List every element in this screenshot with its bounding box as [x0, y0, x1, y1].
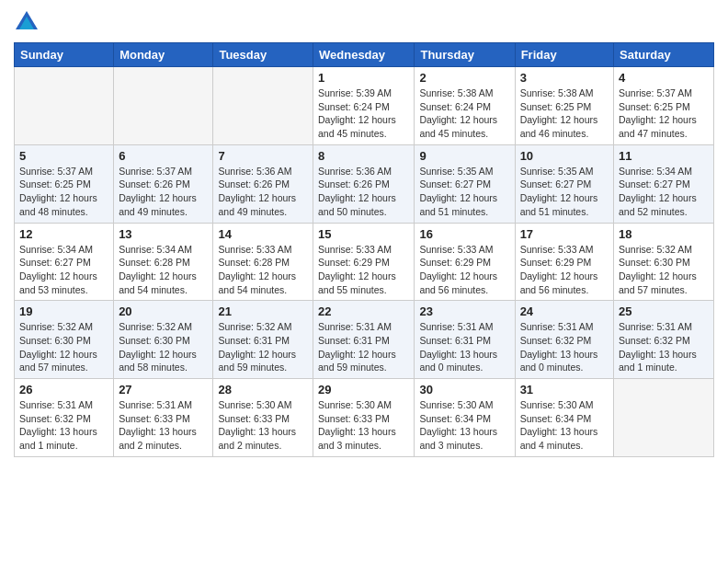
calendar-cell: 3Sunrise: 5:38 AM Sunset: 6:25 PM Daylig… [515, 67, 613, 145]
day-info: Sunrise: 5:30 AM Sunset: 6:34 PM Dayligh… [419, 398, 509, 453]
day-number: 22 [318, 304, 409, 318]
day-number: 20 [119, 304, 208, 318]
calendar: SundayMondayTuesdayWednesdayThursdayFrid… [14, 42, 714, 457]
day-number: 6 [119, 149, 208, 163]
calendar-cell: 30Sunrise: 5:30 AM Sunset: 6:34 PM Dayli… [415, 379, 515, 457]
calendar-cell: 26Sunrise: 5:31 AM Sunset: 6:32 PM Dayli… [15, 379, 114, 457]
day-info: Sunrise: 5:35 AM Sunset: 6:27 PM Dayligh… [419, 165, 509, 219]
header [14, 9, 714, 35]
calendar-cell: 18Sunrise: 5:32 AM Sunset: 6:30 PM Dayli… [614, 223, 714, 301]
logo-icon [14, 9, 40, 35]
calendar-cell: 21Sunrise: 5:32 AM Sunset: 6:31 PM Dayli… [213, 301, 313, 379]
day-info: Sunrise: 5:37 AM Sunset: 6:25 PM Dayligh… [619, 86, 709, 141]
calendar-cell: 20Sunrise: 5:32 AM Sunset: 6:30 PM Dayli… [114, 301, 213, 379]
calendar-cell: 9Sunrise: 5:35 AM Sunset: 6:27 PM Daylig… [415, 144, 515, 223]
day-info: Sunrise: 5:37 AM Sunset: 6:26 PM Dayligh… [119, 165, 208, 219]
calendar-cell: 12Sunrise: 5:34 AM Sunset: 6:27 PM Dayli… [15, 223, 114, 301]
day-number: 8 [318, 149, 409, 163]
calendar-cell: 25Sunrise: 5:31 AM Sunset: 6:32 PM Dayli… [614, 301, 714, 379]
day-info: Sunrise: 5:36 AM Sunset: 6:26 PM Dayligh… [318, 165, 409, 219]
day-info: Sunrise: 5:32 AM Sunset: 6:30 PM Dayligh… [619, 243, 709, 297]
calendar-cell: 17Sunrise: 5:33 AM Sunset: 6:29 PM Dayli… [515, 223, 613, 301]
day-info: Sunrise: 5:33 AM Sunset: 6:29 PM Dayligh… [419, 243, 509, 297]
day-header-thursday: Thursday [415, 43, 515, 67]
day-info: Sunrise: 5:31 AM Sunset: 6:32 PM Dayligh… [19, 398, 108, 453]
day-number: 27 [119, 383, 208, 396]
day-info: Sunrise: 5:32 AM Sunset: 6:31 PM Dayligh… [218, 320, 308, 374]
days-header-row: SundayMondayTuesdayWednesdayThursdayFrid… [15, 43, 714, 67]
day-number: 18 [619, 227, 709, 241]
calendar-cell: 11Sunrise: 5:34 AM Sunset: 6:27 PM Dayli… [614, 144, 714, 223]
day-number: 26 [19, 383, 108, 396]
day-info: Sunrise: 5:30 AM Sunset: 6:33 PM Dayligh… [318, 398, 409, 453]
week-row-3: 12Sunrise: 5:34 AM Sunset: 6:27 PM Dayli… [15, 223, 714, 301]
calendar-cell: 6Sunrise: 5:37 AM Sunset: 6:26 PM Daylig… [114, 144, 213, 223]
week-row-2: 5Sunrise: 5:37 AM Sunset: 6:25 PM Daylig… [15, 144, 714, 223]
day-info: Sunrise: 5:32 AM Sunset: 6:30 PM Dayligh… [19, 320, 108, 374]
calendar-cell: 27Sunrise: 5:31 AM Sunset: 6:33 PM Dayli… [114, 379, 213, 457]
calendar-cell: 16Sunrise: 5:33 AM Sunset: 6:29 PM Dayli… [415, 223, 515, 301]
day-header-tuesday: Tuesday [213, 43, 313, 67]
day-number: 29 [318, 383, 409, 396]
day-number: 13 [119, 227, 208, 241]
day-number: 5 [19, 149, 108, 163]
calendar-cell: 29Sunrise: 5:30 AM Sunset: 6:33 PM Dayli… [313, 379, 415, 457]
day-info: Sunrise: 5:30 AM Sunset: 6:33 PM Dayligh… [218, 398, 308, 453]
day-header-friday: Friday [515, 43, 613, 67]
day-number: 2 [419, 71, 509, 85]
calendar-cell: 8Sunrise: 5:36 AM Sunset: 6:26 PM Daylig… [313, 144, 415, 223]
week-row-5: 26Sunrise: 5:31 AM Sunset: 6:32 PM Dayli… [15, 379, 714, 457]
calendar-cell: 10Sunrise: 5:35 AM Sunset: 6:27 PM Dayli… [515, 144, 613, 223]
day-number: 4 [619, 71, 709, 85]
calendar-cell: 31Sunrise: 5:30 AM Sunset: 6:34 PM Dayli… [515, 379, 613, 457]
day-number: 24 [520, 304, 609, 318]
calendar-cell [614, 379, 714, 457]
day-info: Sunrise: 5:34 AM Sunset: 6:27 PM Dayligh… [19, 243, 108, 297]
day-info: Sunrise: 5:39 AM Sunset: 6:24 PM Dayligh… [318, 86, 409, 141]
day-number: 21 [218, 304, 308, 318]
day-header-sunday: Sunday [15, 43, 114, 67]
day-info: Sunrise: 5:31 AM Sunset: 6:32 PM Dayligh… [520, 320, 609, 374]
day-info: Sunrise: 5:36 AM Sunset: 6:26 PM Dayligh… [218, 165, 308, 219]
week-row-4: 19Sunrise: 5:32 AM Sunset: 6:30 PM Dayli… [15, 301, 714, 379]
calendar-cell: 14Sunrise: 5:33 AM Sunset: 6:28 PM Dayli… [213, 223, 313, 301]
day-number: 23 [419, 304, 509, 318]
day-info: Sunrise: 5:33 AM Sunset: 6:29 PM Dayligh… [318, 243, 409, 297]
day-info: Sunrise: 5:35 AM Sunset: 6:27 PM Dayligh… [520, 165, 609, 219]
day-number: 11 [619, 149, 709, 163]
day-header-saturday: Saturday [614, 43, 714, 67]
week-row-1: 1Sunrise: 5:39 AM Sunset: 6:24 PM Daylig… [15, 67, 714, 145]
day-number: 7 [218, 149, 308, 163]
day-info: Sunrise: 5:37 AM Sunset: 6:25 PM Dayligh… [19, 165, 108, 219]
calendar-cell: 13Sunrise: 5:34 AM Sunset: 6:28 PM Dayli… [114, 223, 213, 301]
calendar-cell: 15Sunrise: 5:33 AM Sunset: 6:29 PM Dayli… [313, 223, 415, 301]
day-info: Sunrise: 5:38 AM Sunset: 6:24 PM Dayligh… [419, 86, 509, 141]
day-info: Sunrise: 5:34 AM Sunset: 6:27 PM Dayligh… [619, 165, 709, 219]
day-header-wednesday: Wednesday [313, 43, 415, 67]
day-number: 10 [520, 149, 609, 163]
day-number: 17 [520, 227, 609, 241]
calendar-cell: 7Sunrise: 5:36 AM Sunset: 6:26 PM Daylig… [213, 144, 313, 223]
day-number: 15 [318, 227, 409, 241]
day-number: 3 [520, 71, 609, 85]
calendar-cell [213, 67, 313, 145]
day-number: 31 [520, 383, 609, 396]
logo [14, 9, 43, 35]
calendar-cell: 5Sunrise: 5:37 AM Sunset: 6:25 PM Daylig… [15, 144, 114, 223]
day-info: Sunrise: 5:30 AM Sunset: 6:34 PM Dayligh… [520, 398, 609, 453]
day-number: 1 [318, 71, 409, 85]
day-info: Sunrise: 5:31 AM Sunset: 6:32 PM Dayligh… [619, 320, 709, 374]
day-info: Sunrise: 5:31 AM Sunset: 6:33 PM Dayligh… [119, 398, 208, 453]
day-info: Sunrise: 5:31 AM Sunset: 6:31 PM Dayligh… [419, 320, 509, 374]
day-info: Sunrise: 5:31 AM Sunset: 6:31 PM Dayligh… [318, 320, 409, 374]
day-number: 28 [218, 383, 308, 396]
day-info: Sunrise: 5:34 AM Sunset: 6:28 PM Dayligh… [119, 243, 208, 297]
calendar-cell: 28Sunrise: 5:30 AM Sunset: 6:33 PM Dayli… [213, 379, 313, 457]
calendar-cell: 1Sunrise: 5:39 AM Sunset: 6:24 PM Daylig… [313, 67, 415, 145]
calendar-cell: 19Sunrise: 5:32 AM Sunset: 6:30 PM Dayli… [15, 301, 114, 379]
calendar-cell: 4Sunrise: 5:37 AM Sunset: 6:25 PM Daylig… [614, 67, 714, 145]
day-number: 9 [419, 149, 509, 163]
day-header-monday: Monday [114, 43, 213, 67]
day-number: 19 [19, 304, 108, 318]
day-number: 14 [218, 227, 308, 241]
